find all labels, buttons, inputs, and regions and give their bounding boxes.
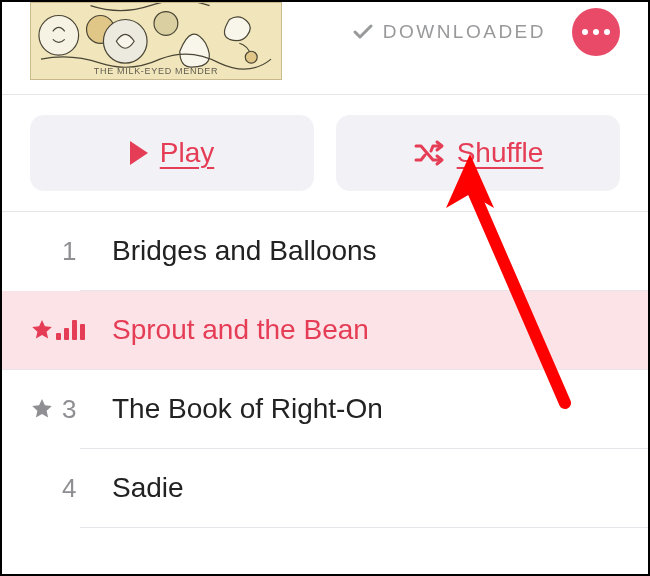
track-number: 1 xyxy=(62,236,110,267)
more-icon xyxy=(582,29,610,35)
track-row-playing[interactable]: Sprout and the Bean xyxy=(2,291,648,369)
svg-point-4 xyxy=(154,12,178,36)
more-button[interactable] xyxy=(572,8,620,56)
divider xyxy=(80,527,648,528)
track-number: 3 xyxy=(62,394,110,425)
downloaded-status: DOWNLOADED xyxy=(351,20,546,44)
track-row[interactable]: 1 Bridges and Balloons xyxy=(2,212,648,290)
play-icon xyxy=(130,141,148,165)
track-row[interactable]: 4 Sadie xyxy=(2,449,648,527)
play-label: Play xyxy=(160,137,214,169)
track-row[interactable]: 3 The Book of Right-On xyxy=(2,370,648,448)
now-playing-icon xyxy=(56,320,104,340)
svg-point-5 xyxy=(245,51,257,63)
star-icon xyxy=(30,397,62,421)
track-title: Sadie xyxy=(110,472,184,504)
action-buttons: Play Shuffle xyxy=(2,95,648,211)
svg-point-1 xyxy=(39,16,79,56)
check-icon xyxy=(351,20,375,44)
track-title: The Book of Right-On xyxy=(110,393,383,425)
album-cover: THE MILK-EYED MENDER xyxy=(30,2,282,80)
play-button[interactable]: Play xyxy=(30,115,314,191)
track-list: 1 Bridges and Balloons Sprout and the Be… xyxy=(2,212,648,528)
shuffle-icon xyxy=(413,139,445,167)
shuffle-button[interactable]: Shuffle xyxy=(336,115,620,191)
track-title: Sprout and the Bean xyxy=(110,314,369,346)
shuffle-label: Shuffle xyxy=(457,137,544,169)
track-number: 4 xyxy=(62,473,110,504)
cover-caption: THE MILK-EYED MENDER xyxy=(31,66,281,76)
track-title: Bridges and Balloons xyxy=(110,235,377,267)
downloaded-label: DOWNLOADED xyxy=(383,21,546,43)
album-header: THE MILK-EYED MENDER DOWNLOADED xyxy=(2,2,648,94)
